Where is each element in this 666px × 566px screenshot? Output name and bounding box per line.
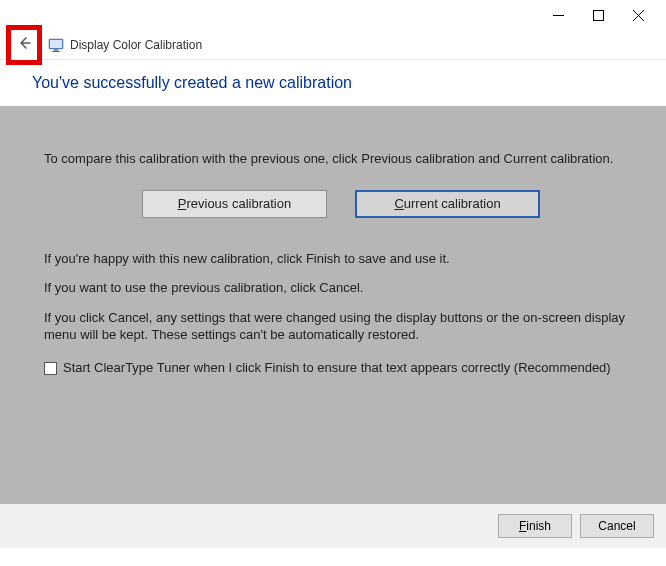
page-title: You've successfully created a new calibr… — [32, 74, 666, 92]
cancel-button[interactable]: Cancel — [580, 514, 654, 538]
back-highlight-box — [6, 25, 42, 65]
button-label: Cancel — [598, 519, 635, 533]
checkbox-text: tart ClearType Tuner when I click Finish… — [72, 360, 611, 375]
mnemonic: S — [63, 360, 72, 375]
svg-rect-1 — [593, 10, 603, 20]
calibration-buttons: Previous calibration Current calibration — [44, 190, 638, 218]
back-button[interactable] — [16, 35, 32, 54]
window-controls — [0, 0, 666, 30]
app-icon — [48, 37, 64, 53]
mnemonic: C — [394, 196, 403, 211]
cleartype-label: Start ClearType Tuner when I click Finis… — [63, 360, 611, 375]
footer: Finish Cancel — [0, 504, 666, 548]
svg-rect-6 — [54, 49, 58, 51]
close-button[interactable] — [618, 1, 658, 29]
cleartype-checkbox[interactable] — [44, 362, 57, 375]
current-calibration-button[interactable]: Current calibration — [355, 190, 540, 218]
minimize-button[interactable] — [538, 1, 578, 29]
titlebar: Display Color Calibration — [0, 30, 666, 60]
finish-button[interactable]: Finish — [498, 514, 572, 538]
heading-row: You've successfully created a new calibr… — [0, 60, 666, 106]
intro-text: To compare this calibration with the pre… — [44, 150, 638, 168]
svg-rect-5 — [50, 40, 62, 48]
svg-rect-7 — [52, 51, 60, 52]
use-previous-text: If you want to use the previous calibrat… — [44, 279, 638, 297]
previous-calibration-button[interactable]: Previous calibration — [142, 190, 327, 218]
maximize-button[interactable] — [578, 1, 618, 29]
button-label: revious calibration — [186, 196, 291, 211]
window-title: Display Color Calibration — [70, 38, 202, 52]
button-label: urrent calibration — [404, 196, 501, 211]
arrow-left-icon — [16, 35, 32, 51]
button-label: inish — [526, 519, 551, 533]
cleartype-checkbox-row[interactable]: Start ClearType Tuner when I click Finis… — [44, 360, 638, 375]
cancel-note-text: If you click Cancel, any settings that w… — [44, 309, 638, 344]
happy-text: If you're happy with this new calibratio… — [44, 250, 638, 268]
content-panel: To compare this calibration with the pre… — [0, 106, 666, 504]
